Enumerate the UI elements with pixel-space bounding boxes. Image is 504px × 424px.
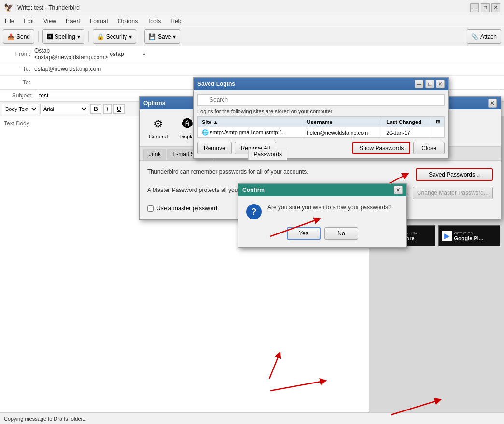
to-label: To: [4,66,30,72]
col-last-changed[interactable]: Last Changed [382,117,432,127]
app-window: 🦅 Write: test - Thunderbird — □ ✕ File E… [0,0,504,424]
tab-junk[interactable]: Junk [143,149,166,160]
menu-insert[interactable]: Insert [64,17,82,26]
login-row[interactable]: 🌐 smtp://smtp.gmail.com (smtp:/... helen… [198,127,445,138]
main-toolbar: 📤 Send 🅰 Spelling ▾ 🔒 Security ▾ 💾 Save … [0,27,504,46]
login-last-changed: 20-Jan-17 [382,127,432,138]
options-general[interactable]: ⚙ General [143,114,173,142]
from-dropdown-icon[interactable]: ▾ [143,52,145,57]
toolbar-separator2 [88,31,89,42]
google-small-text: GET IT ON [454,231,484,235]
search-input[interactable] [197,94,445,106]
google-play-badge[interactable]: ▶ GET IT ON Google Pl... [438,225,501,246]
attach-button[interactable]: 📎 Attach [467,29,501,44]
remember-passwords-row: Thunderbird can remember passwords for a… [147,168,493,181]
logins-info-text: Logins for the following sites are store… [197,109,445,114]
subject-label: Subject: [4,92,33,99]
options-close-button[interactable]: ✕ [488,99,497,108]
spelling-icon: 🅰 [47,33,53,40]
format-bold[interactable]: B [90,104,101,114]
yes-button[interactable]: Yes [287,227,321,240]
maximize-button[interactable]: □ [481,3,490,12]
from-value-area: Ostap <ostap@newoldstamp.com> ostap ▾ [34,47,145,61]
col-site[interactable]: Site ▲ [198,117,303,127]
change-master-pw-button[interactable]: Change Master Password... [413,187,493,199]
toolbar-separator3 [140,31,140,42]
tab-passwords[interactable]: Passwords [248,149,287,160]
options-title: Options [143,100,165,107]
saved-logins-title-bar: Saved Logins — □ ✕ [194,78,448,90]
title-bar: 🦅 Write: test - Thunderbird — □ ✕ [0,0,504,15]
no-button[interactable]: No [324,227,358,240]
login-site: 🌐 smtp://smtp.gmail.com (smtp:/... [198,127,303,138]
confirm-close-button[interactable]: ✕ [394,186,403,194]
status-text: Copying message to Drafts folder... [4,416,87,422]
save-icon: 💾 [149,33,156,40]
from-row: From: Ostap <ostap@newoldstamp.com> osta… [0,46,504,62]
close-logins-button[interactable]: Close [413,142,445,154]
confirm-buttons: Yes No [238,227,406,247]
col-username[interactable]: Username [303,117,382,127]
minimize-button[interactable]: — [470,3,479,12]
menu-file[interactable]: File [3,17,16,26]
general-label: General [149,134,168,139]
menu-edit[interactable]: Edit [22,17,36,26]
saved-logins-dialog: Saved Logins — □ ✕ 🔍 Logins for the foll… [193,77,449,159]
menu-tools[interactable]: Tools [145,17,163,26]
logins-table: Site ▲ Username Last Changed ⊞ 🌐 smtp://… [197,116,445,138]
app-title: Write: test - Thunderbird [17,4,80,11]
confirm-title-bar: Confirm ✕ [238,184,406,196]
google-big-text: Google Pl... [454,235,484,241]
confirm-dialog: Confirm ✕ ? Are you sure you wish to sho… [238,183,407,248]
saved-logins-minimize[interactable]: — [415,80,423,88]
from-value: Ostap <ostap@newoldstamp.com> [34,47,108,61]
menu-bar: File Edit View Insert Format Options Too… [0,15,504,27]
app-icon: 🦅 [4,3,14,12]
to-value: ostap@newoldstamp.com [34,66,500,72]
saved-passwords-button[interactable]: Saved Passwords... [416,168,493,181]
confirm-title: Confirm [242,187,265,193]
save-button[interactable]: 💾 Save ▾ [144,29,180,44]
saved-logins-buttons: Remove Remove All Show Passwords Close [197,142,445,154]
title-bar-left: 🦅 Write: test - Thunderbird [4,3,80,12]
from-label: From: [4,51,30,57]
use-master-pw-label: Use a master password [156,205,217,212]
general-icon: ⚙ [151,116,166,132]
send-button[interactable]: 📤 Send [3,29,34,44]
show-passwords-button[interactable]: Show Passwords [352,142,410,154]
spelling-button[interactable]: 🅰 Spelling ▾ [42,29,84,44]
saved-logins-maximize[interactable]: □ [425,80,434,88]
use-master-pw-checkbox[interactable] [147,205,154,212]
google-badge-texts: GET IT ON Google Pl... [454,231,484,241]
format-underline[interactable]: U [113,104,125,114]
title-bar-controls[interactable]: — □ ✕ [470,3,500,12]
style-select[interactable]: Body Text [2,104,38,114]
format-italic[interactable]: I [103,104,112,114]
menu-options[interactable]: Options [116,17,140,26]
confirm-icon: ? [246,204,262,219]
close-button[interactable]: ✕ [491,3,500,12]
send-icon: 📤 [7,33,14,40]
saved-passwords-area: Saved Passwords... [416,168,493,181]
status-bar: Copying message to Drafts folder... [0,412,504,424]
from-name: ostap [110,51,141,57]
confirm-text: Are you sure you wish to show your passw… [267,204,392,211]
saved-logins-title: Saved Logins [197,81,235,87]
security-button[interactable]: 🔒 Security ▾ [93,29,136,44]
menu-help[interactable]: Help [168,17,184,26]
security-dropdown-icon: ▾ [129,33,132,40]
saved-logins-close[interactable]: ✕ [436,80,445,88]
saved-logins-controls: — □ ✕ [415,80,445,88]
confirm-content: ? Are you sure you wish to show your pas… [238,196,406,227]
menu-format[interactable]: Format [88,17,110,26]
body-text-content: Text Body [4,120,29,127]
font-select[interactable]: Arial [40,104,88,114]
remove-button[interactable]: Remove [197,142,232,154]
menu-view[interactable]: View [42,17,58,26]
to2-label: To: [4,79,30,86]
saved-logins-content: 🔍 Logins for the following sites are sto… [194,90,448,158]
spelling-dropdown-icon: ▾ [77,33,80,40]
site-icon: 🌐 [202,129,209,135]
search-wrapper: 🔍 [197,94,445,106]
security-icon: 🔒 [97,33,104,40]
